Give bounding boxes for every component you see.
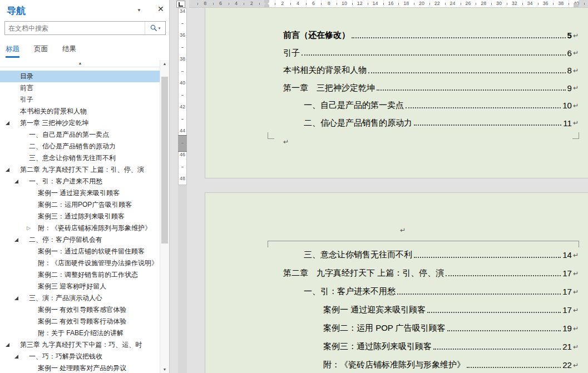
collapsed-triangle-icon[interactable]: ▷ — [27, 222, 31, 234]
nav-heading-label: 案例三 迎客称呼好留人 — [38, 282, 106, 290]
nav-heading-item[interactable]: 二、信心是产品销售的原动力 — [0, 141, 160, 152]
toc-entry[interactable]: 引子6↵ — [283, 44, 579, 62]
paragraph-mark: ↵ — [573, 67, 579, 74]
nav-heading-item[interactable]: 案例二：运用POP广告吸引顾客 — [0, 199, 160, 211]
nav-heading-item[interactable]: 案例三 迎客称呼好留人 — [0, 281, 160, 292]
tab-stop-selector[interactable] — [176, 1, 185, 8]
nav-heading-item[interactable]: 第二章 九字真经打天下 上篇：引、停、演 — [0, 164, 160, 176]
expanded-triangle-icon[interactable] — [6, 121, 9, 125]
nav-heading-item[interactable]: 案例二 有效引导顾客行动体验 — [0, 316, 160, 327]
toc-entry[interactable]: 案例三：通过陈列来吸引顾客21↵ — [283, 337, 579, 356]
nav-heading-item[interactable]: 案例二：调整好销售前的工作状态 — [0, 269, 160, 281]
list-scroll-up-strip[interactable]: ▲ — [0, 60, 160, 67]
ruler-number: 28 — [481, 0, 486, 8]
expanded-triangle-icon[interactable] — [14, 180, 18, 183]
nav-scrollbar[interactable]: ▲ ▼ — [160, 60, 169, 373]
toc-entry[interactable]: 前言（还在修改）5↵ — [283, 27, 579, 44]
ruler-tick — [181, 47, 184, 48]
expanded-triangle-icon[interactable] — [14, 296, 18, 300]
ruler-tick — [213, 3, 214, 5]
expanded-triangle-icon[interactable] — [6, 343, 9, 347]
pane-options-dropdown-icon[interactable]: ▼ — [137, 8, 141, 13]
ruler-tick — [197, 3, 198, 5]
navigation-pane: 导航 ▼ ✕ ▾ 标题页面结果 ▲ 目录前言引子本书相关的背景和人物第一章 三把… — [0, 0, 170, 373]
nav-heading-item[interactable]: 一、自己是产品的第一卖点 — [0, 129, 160, 141]
toc-entry[interactable]: 二、信心是产品销售的原动力11↵ — [283, 115, 579, 132]
toc-entry[interactable]: 一、自己是产品的第一卖点10↵ — [283, 97, 579, 115]
nav-heading-label: 案例一 处理顾客对产品的异议 — [38, 364, 126, 372]
ruler-number: 48 — [178, 176, 187, 181]
dot-leader — [414, 125, 561, 126]
nav-heading-label: 案例一：通过店铺的软硬件留住顾客 — [38, 247, 145, 255]
document-area: 前言（还在修改）5↵引子6↵本书相关的背景和人物8↵第一章 三把神沙定乾坤9↵一… — [189, 8, 588, 373]
paragraph-mark: ↵ — [573, 84, 579, 92]
toc-entry[interactable]: 第一章 三把神沙定乾坤9↵ — [283, 79, 579, 97]
search-input[interactable] — [5, 24, 145, 32]
ruler-number: 4 — [235, 0, 238, 8]
nav-heading-label: 三、演：产品演示动人心 — [29, 294, 102, 302]
scrollbar-down-button[interactable]: ▼ — [160, 366, 169, 373]
toc-page-number: 6 — [567, 48, 572, 58]
scrollbar-up-button[interactable]: ▲ — [160, 60, 169, 67]
close-icon[interactable]: ✕ — [157, 4, 164, 13]
navigation-pane-title: 导航 — [7, 4, 26, 17]
toc-entry-text: 案例二：运用 POP 广告吸引顾客 — [323, 323, 446, 334]
nav-heading-item[interactable]: 案例一 有效引导顾客感官体验 — [0, 304, 160, 316]
nav-tab-0[interactable]: 标题 — [6, 44, 19, 58]
nav-heading-item[interactable]: 附：《店面硬件设施管理办法操作说明》 — [0, 257, 160, 269]
ruler-tick — [275, 3, 275, 5]
expanded-triangle-icon[interactable] — [14, 238, 18, 242]
nav-heading-item[interactable]: 三、演：产品演示动人心 — [0, 292, 160, 304]
toc-entry[interactable]: 一、引：客户进来不用愁17↵ — [283, 282, 579, 301]
toc-entry[interactable]: 附：《瓷砖店铺标准陈列与形象维护》22↵ — [283, 356, 579, 373]
ruler-number: 14 — [373, 0, 378, 8]
nav-heading-item[interactable]: 一、巧：巧解异议把钱收 — [0, 351, 160, 362]
toc-entry[interactable]: 案例二：运用 POP 广告吸引顾客19↵ — [283, 319, 579, 337]
search-button[interactable]: ▾ — [145, 22, 165, 34]
search-dropdown-icon[interactable]: ▾ — [159, 26, 161, 31]
nav-heading-item[interactable]: 附：关于 FABE介绍法的讲解 — [0, 327, 160, 339]
nav-tab-2[interactable]: 结果 — [62, 44, 76, 58]
toc-entry-text: 三、意念让你销售无往而不利 — [304, 250, 412, 260]
toc-entry-text: 第二章 九字真经打天下 上篇：引、停、演 — [283, 268, 444, 278]
toc-entry[interactable]: 案例一 通过迎宾来吸引顾客17↵ — [283, 301, 579, 319]
toc-entry[interactable]: 第二章 九字真经打天下 上篇：引、停、演17↵ — [283, 264, 579, 282]
nav-heading-item[interactable]: 二、停：客户停留机会有 — [0, 234, 160, 246]
toc-list: 前言（还在修改）5↵引子6↵本书相关的背景和人物8↵第一章 三把神沙定乾坤9↵一… — [283, 27, 579, 132]
ruler-number: 32 — [512, 0, 517, 8]
toc-page-number: 14 — [562, 250, 572, 260]
nav-heading-label: 一、巧：巧解异议把钱收 — [29, 352, 102, 360]
nav-heading-item[interactable]: 第一章 三把神沙定乾坤 — [0, 117, 160, 129]
nav-heading-label: 案例二：运用POP广告吸引顾客 — [38, 201, 132, 208]
nav-heading-item[interactable]: ▷附：《瓷砖店铺标准陈列与形象维护》 — [0, 222, 160, 234]
document-search-box[interactable]: ▾ — [4, 21, 166, 35]
nav-heading-item[interactable]: 引子 — [0, 94, 160, 106]
nav-heading-item[interactable]: 案例三：通过陈列来吸引顾客 — [0, 211, 160, 222]
paragraph-mark: ↵ — [400, 226, 406, 234]
nav-heading-item[interactable]: 前言 — [0, 82, 160, 94]
nav-heading-item[interactable]: 第三章 九字真经打天下中篇：巧、运、时 — [0, 339, 160, 351]
scrollbar-thumb[interactable] — [161, 77, 168, 243]
expanded-triangle-icon[interactable] — [14, 355, 18, 359]
vertical-ruler: 3436384042444648 — [178, 8, 187, 373]
page-1[interactable]: 前言（还在修改）5↵引子6↵本书相关的背景和人物8↵第一章 三把神沙定乾坤9↵一… — [205, 8, 588, 178]
nav-heading-item[interactable]: 三、意念让你销售无往而不利 — [0, 152, 160, 164]
page-2[interactable]: ↵ 三、意念让你销售无往而不利14↵第二章 九字真经打天下 上篇：引、停、演17… — [205, 192, 588, 373]
ruler-tick — [553, 3, 554, 5]
text-boundary-corner — [268, 241, 274, 247]
dot-leader — [433, 349, 561, 350]
nav-heading-item[interactable]: 一、引：客户进来不用愁 — [0, 176, 160, 187]
ruler-tick — [181, 71, 184, 72]
ruler-number: 44 — [178, 128, 187, 133]
toc-entry-text: 第一章 三把神沙定乾坤 — [283, 83, 375, 93]
nav-heading-item[interactable]: 目录 — [0, 71, 160, 82]
nav-heading-item[interactable]: 案例一 处理顾客对产品的异议 — [0, 362, 160, 373]
toc-entry[interactable]: 本书相关的背景和人物8↵ — [283, 62, 579, 79]
expanded-triangle-icon[interactable] — [6, 168, 9, 172]
nav-tab-1[interactable]: 页面 — [34, 44, 48, 58]
toc-entry[interactable]: 三、意念让你销售无往而不利14↵ — [283, 246, 579, 264]
nav-heading-item[interactable]: 案例一：通过店铺的软硬件留住顾客 — [0, 246, 160, 257]
nav-heading-item[interactable]: 案例一 通过迎宾来吸引顾客 — [0, 187, 160, 199]
nav-heading-item[interactable]: 本书相关的背景和人物 — [0, 106, 160, 117]
toc-list: 三、意念让你销售无往而不利14↵第二章 九字真经打天下 上篇：引、停、演17↵一… — [283, 246, 579, 373]
